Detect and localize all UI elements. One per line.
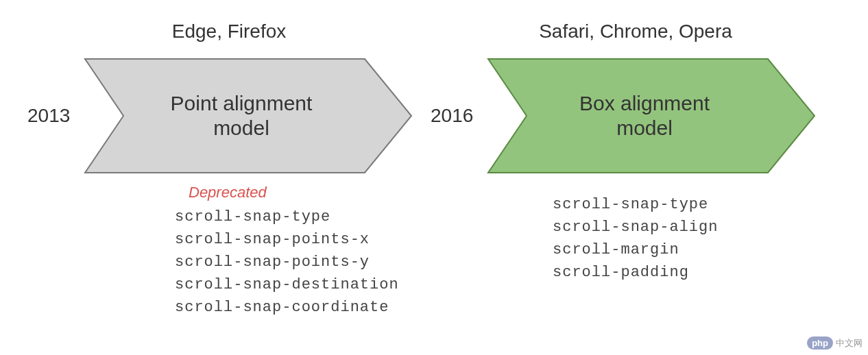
right-prop-1: scroll-snap-type (553, 193, 718, 216)
left-arrow-line2: model (213, 117, 269, 139)
left-prop-4: scroll-snap-destination (175, 273, 399, 296)
right-arrow-label: Box alignment model (566, 91, 737, 140)
right-header: Safari, Chrome, Opera (539, 21, 732, 42)
right-prop-2: scroll-snap-align (553, 216, 718, 238)
right-arrow-shape: Box alignment model (487, 58, 816, 174)
left-model-block: Edge, Firefox 2013 Point alignment model… (27, 21, 431, 319)
left-header: Edge, Firefox (172, 21, 287, 42)
right-arrow-row: 2016 Box alignment model (431, 58, 841, 174)
watermark-php-badge: php (807, 336, 833, 350)
left-prop-5: scroll-snap-coordinate (175, 296, 399, 319)
left-prop-1: scroll-snap-type (175, 206, 399, 228)
deprecated-label: Deprecated (189, 184, 267, 201)
watermark: php 中文网 (807, 336, 863, 350)
left-prop-2: scroll-snap-points-x (175, 228, 399, 251)
right-properties-list: scroll-snap-type scroll-snap-align scrol… (553, 193, 718, 284)
left-prop-3: scroll-snap-points-y (175, 251, 399, 273)
right-prop-4: scroll-padding (553, 261, 718, 284)
left-arrow-row: 2013 Point alignment model (27, 58, 431, 174)
right-prop-3: scroll-margin (553, 238, 718, 261)
right-model-block: Safari, Chrome, Opera 2016 Box alignment… (431, 21, 841, 319)
left-arrow-label: Point alignment model (157, 91, 340, 140)
watermark-text: 中文网 (836, 337, 863, 350)
right-arrow-line2: model (616, 117, 673, 139)
left-properties-list: scroll-snap-type scroll-snap-points-x sc… (175, 206, 399, 319)
right-arrow-line1: Box alignment (579, 92, 710, 114)
diagram-container: Edge, Firefox 2013 Point alignment model… (0, 0, 868, 339)
left-arrow-line1: Point alignment (171, 92, 313, 114)
left-year: 2013 (27, 105, 75, 127)
left-arrow-shape: Point alignment model (84, 58, 413, 174)
right-year: 2016 (431, 105, 479, 127)
